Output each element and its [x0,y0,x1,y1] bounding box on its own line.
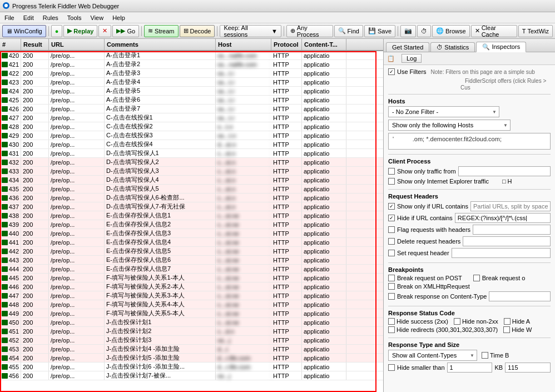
winconfig-button[interactable]: 🖥 WinConfig [2,25,46,37]
break-content-type-input[interactable] [489,291,551,301]
log-button[interactable]: Log [402,54,422,63]
url-contains-input[interactable] [470,201,551,211]
url-contains-checkbox[interactable] [388,203,395,210]
menu-tools[interactable]: Tools [65,14,84,22]
hide-smaller-checkbox[interactable] [388,364,395,371]
table-row[interactable]: 447 200 /pre/op... F-填写与被保险人关系3-本人 c...s… [0,291,383,300]
hide-non-2xx-checkbox[interactable] [454,318,460,325]
table-row[interactable]: 450 200 /pre/op... J-点击投保计划1 c...st.ne H… [0,318,383,327]
table-row[interactable]: 451 200 /pre/op... J-点击投保计划2 c...d.n HTT… [0,327,383,336]
flag-requests-input[interactable] [473,225,551,235]
clear-cache-button[interactable]: ✕ Clear Cache [471,25,517,37]
table-row[interactable]: 429 200 /pre/op... C-点击在线投保3 os...t.n HT… [0,131,383,140]
header-protocol[interactable]: Protocol [271,39,302,50]
decode-button[interactable]: ⊞ Decode [180,25,215,37]
go-button[interactable]: ▶▶ Go [112,25,139,37]
table-row[interactable]: 440 200 /pre/op... E-点击保存投保人信息3 c...st.n… [0,229,383,238]
table-row[interactable]: 452 200 /pre/op... J-点击投保计划3 os...j HTTP… [0,336,383,345]
table-row[interactable]: 424 200 /pre/op... A-点击登录5 os...t.r HTTP… [0,87,383,96]
keep-sessions-button[interactable]: Keep: All sessions ▼ [220,25,281,37]
menu-help[interactable]: Help [110,14,127,22]
save-button[interactable]: 💾 Save [364,25,395,37]
table-row[interactable]: 455 200 /pre/op... J-点击投保计划6 -添加主险... d.… [0,363,383,371]
hide-url-checkbox[interactable] [388,215,395,221]
table-row[interactable]: 428 200 /pre/op... C-点击在线投保2 o...t.n HTT… [0,122,383,131]
menu-file[interactable]: File [2,14,17,22]
menu-rules[interactable]: Rules [41,14,61,22]
table-row[interactable]: 435 200 /pre/op... D-点击填写投保人5 c...st.n H… [0,185,383,193]
table-row[interactable]: 432 200 /pre/op... D-点击填写投保人2 c...st.n H… [0,158,383,167]
table-row[interactable]: 421 200 /pre/op... A-点击登录2 os...nalife.c… [0,60,383,69]
delete-headers-input[interactable] [463,236,551,246]
textwiz-button[interactable]: T TextWiz [518,25,553,37]
flag-requests-checkbox[interactable] [388,226,395,233]
table-row[interactable]: 444 200 /pre/op... E-点击保存投保人信息7 c...st.n… [0,265,383,274]
menu-edit[interactable]: Edit [21,14,36,22]
content-type-dropdown[interactable]: Show all Content-Types [388,350,477,361]
use-filters-checkbox[interactable] [388,68,395,75]
table-row[interactable]: 454 200 /pre/op... J-点击投保计划5 -添加主险 d...r… [0,354,383,363]
table-row[interactable]: 456 200 /pre/op... J-点击投保计划7-被保... os...… [0,371,383,380]
header-num[interactable]: # [0,39,21,50]
table-row[interactable]: 453 200 /pre/op... J-点击投保计划4 -添加主险 d...r… [0,345,383,354]
table-row[interactable]: 434 200 /pre/op... D-点击填写投保人4 c...st.n H… [0,176,383,185]
hide-success-checkbox[interactable] [388,318,395,325]
timer-button[interactable]: ⏱ [417,25,431,37]
hide-smaller-input[interactable] [447,363,493,373]
table-row[interactable]: 448 200 /pre/op... F-填写与被保险人关系4-本人 c...s… [0,300,383,309]
table-row[interactable]: 436 200 /pre/op... D-点击填写投保人6-检查部... c..… [0,193,383,202]
table-row[interactable]: 437 200 /pre/op... D-点击填写投保人7-有无社保 c...s… [0,202,383,211]
table-row[interactable]: 438 200 /pre/op... E-点击保存投保人信息1 c...st.n… [0,211,383,220]
hide-a-checkbox[interactable] [504,318,511,325]
hide-url-input[interactable] [455,213,551,223]
ie-traffic-checkbox[interactable] [388,178,395,185]
find-button[interactable]: 🔍 Find [334,25,363,37]
table-row[interactable]: 442 200 /pre/op... E-点击保存投保人信息5 c...st.n… [0,247,383,256]
table-row[interactable]: 427 200 /pre/op... C-点击在线投保1 os...t.r HT… [0,113,383,122]
header-result[interactable]: Result [21,39,49,50]
header-comments[interactable]: Comments [105,39,216,50]
hide-smaller-input-2[interactable] [505,363,551,373]
set-header-checkbox[interactable] [388,250,395,256]
stream-button[interactable]: ≋ Stream [144,25,178,37]
browse-button[interactable]: 🌐 Browse [432,25,470,37]
table-row[interactable]: 441 200 /pre/op... E-点击保存投保人信息4 c...st.n… [0,238,383,247]
set-header-input[interactable] [452,248,551,258]
use-filters-checkbox-label[interactable]: Use Filters [388,68,427,75]
break-content-type-checkbox[interactable] [388,293,395,300]
tab-get-started[interactable]: Get Started [386,42,429,52]
table-row[interactable]: 423 200 /pre/op... A-点击登录4 os...t.r HTTP… [0,78,383,87]
sessions-table[interactable]: 420 200 /pre/op... A-点击登录1 os...nalife.c… [0,51,383,392]
traffic-from-checkbox[interactable] [388,168,395,175]
screenshot-button[interactable]: 📷 [400,25,416,37]
table-row[interactable]: 426 200 /pre/op... A-点击登录7 os...t.r HTTP… [0,105,383,113]
zone-filter-dropdown[interactable]: - No Zone Filter - [388,106,499,117]
delete-headers-checkbox[interactable] [388,238,395,245]
header-host[interactable]: Host [216,39,271,50]
hide-redirects-checkbox[interactable] [388,326,395,333]
time-b-checkbox[interactable] [482,352,488,359]
replay-button[interactable]: ▶ Replay [63,25,97,37]
table-row[interactable]: 446 200 /pre/op... F-填写与被保险人关系2-本人 c...s… [0,282,383,291]
hide-w-checkbox[interactable] [503,326,510,333]
break-xml-checkbox[interactable] [388,283,395,290]
table-row[interactable]: 443 200 /pre/op... E-点击保存投保人信息6 c...st.n… [0,256,383,265]
table-row[interactable]: 445 200 /pre/op... F-填写与被保险人关系1-本人 c...s… [0,274,383,282]
table-row[interactable]: 449 200 /pre/op... F-填写与被保险人关系5-本人 c...s… [0,309,383,318]
table-row[interactable]: 433 200 /pre/op... D-点击填写投保人3 c...st.n H… [0,167,383,176]
header-content[interactable]: Content-T... [302,39,346,50]
table-row[interactable]: 439 200 /pre/op... E-点击保存投保人信息2 c...st.n… [0,220,383,229]
break-post-checkbox[interactable] [388,275,395,281]
table-row[interactable]: 430 200 /pre/op... C-点击在线投保4 d...st.n HT… [0,140,383,149]
break-request-o-checkbox[interactable] [473,275,480,281]
x-button[interactable]: ✕ [98,25,111,37]
tab-statistics[interactable]: ⏱ Statistics [430,42,475,52]
table-row[interactable]: 420 200 /pre/op... A-点击登录1 os...nalife.c… [0,51,383,60]
any-process-button[interactable]: ⊕ Any Process [286,25,333,37]
table-row[interactable]: 425 200 /pre/op... A-点击登录6 os...t.r HTTP… [0,96,383,105]
show-hosts-dropdown[interactable]: Show only the following Hosts [388,120,511,131]
table-row[interactable]: 422 200 /pre/op... A-点击登录3 os...t.i HTTP… [0,69,383,78]
header-url[interactable]: URL [49,39,105,50]
traffic-from-input[interactable] [458,166,551,176]
tab-inspectors[interactable]: 🔍 Inspectors [476,42,526,52]
